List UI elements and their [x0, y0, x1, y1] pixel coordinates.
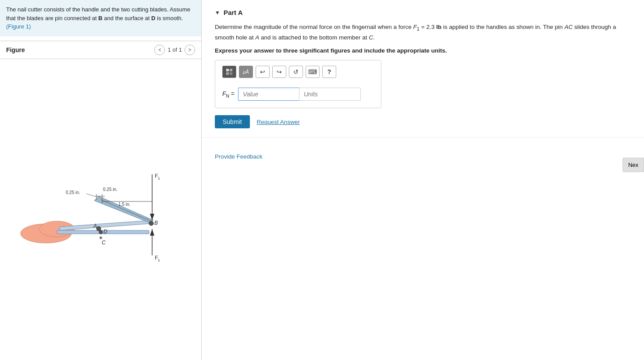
- part-header[interactable]: ▼ Part A: [215, 9, 631, 16]
- svg-point-6: [96, 226, 101, 231]
- figure-title: Figure: [6, 46, 25, 53]
- next-button[interactable]: Nex: [623, 158, 644, 172]
- svg-point-8: [99, 230, 103, 234]
- part-label: Part A: [224, 9, 243, 16]
- figure-canvas: A B C D F 1 F 1: [0, 59, 201, 360]
- svg-rect-34: [226, 72, 229, 75]
- figure-pagination: 1 of 1: [167, 46, 182, 53]
- figure-ref: (Figure 1): [6, 23, 31, 30]
- redo-button[interactable]: ↪: [272, 66, 286, 78]
- part-section: ▼ Part A Determine the magnitude of the …: [202, 0, 644, 138]
- svg-text:0.25 in.: 0.25 in.: [103, 187, 117, 192]
- submit-button[interactable]: Submit: [215, 115, 250, 128]
- help-label: ?: [327, 68, 331, 75]
- svg-text:1: 1: [158, 258, 160, 262]
- svg-rect-33: [230, 69, 232, 71]
- fn-label: FN =: [222, 90, 235, 99]
- figure-nav: < 1 of 1 >: [154, 45, 195, 55]
- mu-label: μÅ: [243, 69, 249, 74]
- answer-row: FN =: [222, 88, 374, 101]
- diagram-svg: A B C D F 1 F 1: [20, 152, 182, 266]
- request-answer-link[interactable]: Request Answer: [257, 119, 300, 125]
- undo-icon: ↩: [260, 68, 265, 75]
- svg-rect-2: [57, 230, 149, 234]
- svg-text:A: A: [93, 223, 97, 229]
- svg-line-26: [86, 194, 94, 196]
- svg-text:B: B: [154, 220, 158, 226]
- units-input[interactable]: [299, 88, 361, 101]
- answer-box: μÅ ↩ ↪ ↺ ⌨ ?: [215, 60, 381, 108]
- right-panel: ▼ Part A Determine the magnitude of the …: [202, 0, 644, 360]
- problem-text: Determine the magnitude of the normal fo…: [215, 22, 631, 42]
- figure-section: Figure < 1 of 1 >: [0, 36, 201, 360]
- matrix-button[interactable]: [222, 66, 236, 78]
- svg-rect-32: [226, 69, 229, 71]
- svg-text:C: C: [102, 240, 106, 246]
- svg-text:1: 1: [158, 176, 160, 180]
- fn-equals: =: [231, 90, 235, 97]
- svg-point-7: [149, 221, 153, 226]
- toolbar: μÅ ↩ ↪ ↺ ⌨ ?: [222, 66, 374, 81]
- figure-header: Figure < 1 of 1 >: [0, 41, 201, 59]
- undo-button[interactable]: ↩: [256, 66, 270, 78]
- redo-icon: ↪: [277, 68, 282, 75]
- svg-text:D: D: [103, 229, 107, 235]
- collapse-arrow-icon: ▼: [215, 10, 220, 16]
- refresh-icon: ↺: [293, 68, 299, 75]
- figure-next-button[interactable]: >: [185, 45, 195, 55]
- d-label: D: [151, 15, 155, 21]
- figure-prev-button[interactable]: <: [154, 45, 165, 55]
- description-text3: and the surface at: [104, 15, 149, 21]
- svg-point-9: [100, 236, 102, 239]
- action-row: Submit Request Answer: [215, 115, 631, 128]
- keyboard-icon: ⌨: [308, 68, 317, 75]
- value-input[interactable]: [238, 88, 299, 101]
- svg-text:0.25 in.: 0.25 in.: [66, 190, 80, 195]
- provide-feedback-link[interactable]: Provide Feedback: [202, 145, 644, 169]
- fn-subscript: N: [226, 94, 229, 99]
- refresh-button[interactable]: ↺: [289, 66, 303, 78]
- instruction-text: Express your answer to three significant…: [215, 47, 631, 54]
- keyboard-button[interactable]: ⌨: [306, 66, 320, 78]
- description-text4: is smooth.: [157, 15, 183, 21]
- mu-button[interactable]: μÅ: [239, 66, 253, 78]
- svg-text:1.5 in.: 1.5 in.: [118, 202, 130, 207]
- problem-description: The nail cutter consists of the handle a…: [0, 0, 201, 36]
- b-label: B: [98, 15, 102, 21]
- help-button[interactable]: ?: [322, 66, 336, 78]
- svg-marker-19: [150, 229, 154, 236]
- svg-rect-35: [230, 72, 232, 75]
- left-panel: The nail cutter consists of the handle a…: [0, 0, 202, 360]
